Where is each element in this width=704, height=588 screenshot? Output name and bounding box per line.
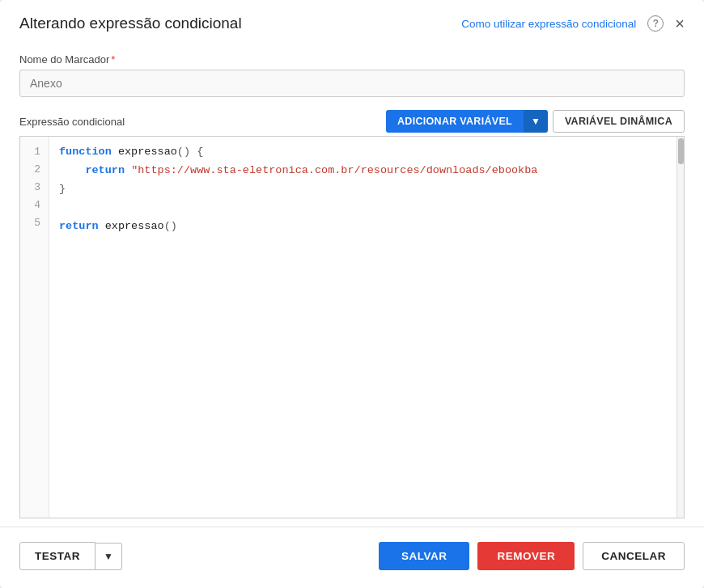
test-caret-button[interactable]: ▼ [95,543,122,570]
help-link[interactable]: Como utilizar expressão condicional [461,18,636,30]
code-section-label: Expressão condicional [19,116,125,128]
code-section-header: Expressão condicional ADICIONAR VARIÁVEL… [19,110,685,133]
marker-name-input[interactable] [19,70,685,97]
line-num-5: 5 [28,214,40,232]
close-icon[interactable]: × [675,15,685,32]
line-num-1: 1 [28,143,40,161]
modal-body: Nome do Marcador* Expressão condicional … [0,42,704,518]
code-line-5: return expressao() [59,218,674,236]
code-line-2: return "https://www.sta-eletronica.com.b… [59,162,674,180]
modal-header-right: Como utilizar expressão condicional ? × [461,15,685,32]
btn-group-variables: ADICIONAR VARIÁVEL ▼ VARIÁVEL DINÂMICA [386,110,685,133]
line-num-2: 2 [28,161,40,179]
cancel-button[interactable]: CANCELAR [583,542,685,570]
marker-name-label: Nome do Marcador* [19,53,685,66]
modal-header: Alterando expressão condicional Como uti… [0,0,704,42]
modal-title: Alterando expressão condicional [19,15,242,32]
save-button[interactable]: SALVAR [379,542,470,570]
scrollbar[interactable] [676,137,684,518]
line-numbers: 1 2 3 4 5 [20,137,49,518]
code-content[interactable]: function expressao() { return "https://w… [49,137,684,518]
test-button[interactable]: TESTAR [19,542,95,570]
caret-down-icon: ▼ [531,116,541,127]
line-num-3: 3 [28,179,40,197]
line-num-4: 4 [28,197,40,214]
footer-right: SALVAR REMOVER CANCELAR [379,542,685,570]
add-variable-caret-button[interactable]: ▼ [524,110,548,133]
code-line-1: function expressao() { [59,143,674,162]
remove-button[interactable]: REMOVER [477,542,575,570]
scrollbar-thumb [678,138,684,164]
modal-container: Alterando expressão condicional Como uti… [0,0,704,588]
help-icon[interactable]: ? [647,15,664,32]
test-caret-down-icon: ▼ [104,551,113,562]
dynamic-variable-button[interactable]: VARIÁVEL DINÂMICA [553,110,685,133]
code-editor[interactable]: 1 2 3 4 5 function expressao() { return … [19,136,685,518]
required-star: * [111,53,115,66]
code-line-3: } [59,180,674,199]
footer-left: TESTAR ▼ [19,542,122,570]
add-variable-button[interactable]: ADICIONAR VARIÁVEL [386,110,524,133]
code-line-4 [59,199,674,218]
modal-footer: TESTAR ▼ SALVAR REMOVER CANCELAR [0,527,704,588]
